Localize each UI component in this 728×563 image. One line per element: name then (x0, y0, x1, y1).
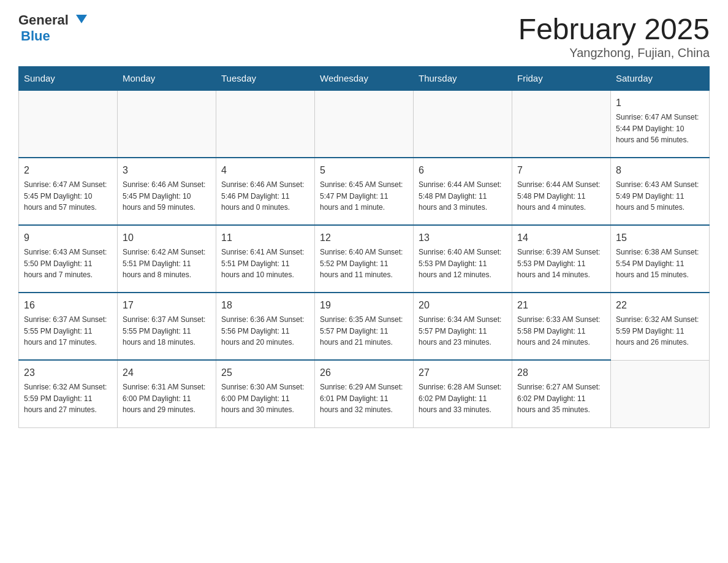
weekday-header: Sunday (19, 67, 118, 91)
logo-arrow-icon (76, 15, 87, 23)
day-sun-info: Sunrise: 6:30 AM Sunset: 6:00 PM Dayligh… (221, 381, 309, 416)
calendar-table: SundayMondayTuesdayWednesdayThursdayFrid… (18, 66, 710, 428)
day-sun-info: Sunrise: 6:47 AM Sunset: 5:45 PM Dayligh… (24, 179, 112, 213)
title-block: February 2025 Yangzhong, Fujian, China (518, 12, 710, 60)
calendar-week-row: 16Sunrise: 6:37 AM Sunset: 5:55 PM Dayli… (19, 293, 710, 360)
day-number: 8 (616, 163, 704, 178)
logo-blue-text: Blue (21, 28, 50, 44)
day-number: 14 (517, 231, 605, 245)
calendar-day-cell (118, 90, 216, 158)
calendar-day-cell: 4Sunrise: 6:46 AM Sunset: 5:46 PM Daylig… (216, 158, 315, 225)
calendar-day-cell: 22Sunrise: 6:32 AM Sunset: 5:59 PM Dayli… (611, 293, 710, 360)
day-number: 10 (123, 231, 211, 245)
day-sun-info: Sunrise: 6:44 AM Sunset: 5:48 PM Dayligh… (419, 179, 507, 213)
calendar-day-cell: 5Sunrise: 6:45 AM Sunset: 5:47 PM Daylig… (315, 158, 414, 225)
calendar-day-cell: 2Sunrise: 6:47 AM Sunset: 5:45 PM Daylig… (19, 158, 118, 225)
calendar-day-cell: 28Sunrise: 6:27 AM Sunset: 6:02 PM Dayli… (512, 360, 611, 427)
day-sun-info: Sunrise: 6:29 AM Sunset: 6:01 PM Dayligh… (320, 381, 408, 416)
calendar-day-cell: 12Sunrise: 6:40 AM Sunset: 5:52 PM Dayli… (315, 225, 414, 293)
weekday-header: Tuesday (216, 67, 315, 91)
calendar-day-cell: 21Sunrise: 6:33 AM Sunset: 5:58 PM Dayli… (512, 293, 611, 360)
day-sun-info: Sunrise: 6:41 AM Sunset: 5:51 PM Dayligh… (221, 247, 309, 281)
day-sun-info: Sunrise: 6:33 AM Sunset: 5:58 PM Dayligh… (517, 314, 605, 348)
day-sun-info: Sunrise: 6:32 AM Sunset: 5:59 PM Dayligh… (616, 314, 704, 348)
calendar-day-cell: 18Sunrise: 6:36 AM Sunset: 5:56 PM Dayli… (216, 293, 315, 360)
weekday-header: Saturday (611, 67, 710, 91)
day-sun-info: Sunrise: 6:46 AM Sunset: 5:46 PM Dayligh… (221, 179, 309, 213)
calendar-week-row: 23Sunrise: 6:32 AM Sunset: 5:59 PM Dayli… (19, 360, 710, 427)
svg-marker-0 (76, 15, 87, 23)
day-number: 20 (419, 298, 507, 313)
calendar-day-cell: 26Sunrise: 6:29 AM Sunset: 6:01 PM Dayli… (315, 360, 414, 427)
calendar-day-cell: 3Sunrise: 6:46 AM Sunset: 5:45 PM Daylig… (118, 158, 216, 225)
day-number: 13 (419, 231, 507, 245)
day-sun-info: Sunrise: 6:40 AM Sunset: 5:52 PM Dayligh… (320, 247, 408, 281)
calendar-day-cell (512, 90, 611, 158)
calendar-day-cell: 20Sunrise: 6:34 AM Sunset: 5:57 PM Dayli… (414, 293, 512, 360)
day-sun-info: Sunrise: 6:43 AM Sunset: 5:50 PM Dayligh… (24, 247, 112, 281)
day-sun-info: Sunrise: 6:31 AM Sunset: 6:00 PM Dayligh… (123, 381, 211, 416)
day-number: 28 (517, 366, 605, 380)
day-sun-info: Sunrise: 6:37 AM Sunset: 5:55 PM Dayligh… (123, 314, 211, 348)
calendar-day-cell (19, 90, 118, 158)
day-number: 1 (616, 96, 704, 110)
calendar-day-cell: 24Sunrise: 6:31 AM Sunset: 6:00 PM Dayli… (118, 360, 216, 427)
calendar-day-cell: 10Sunrise: 6:42 AM Sunset: 5:51 PM Dayli… (118, 225, 216, 293)
day-sun-info: Sunrise: 6:34 AM Sunset: 5:57 PM Dayligh… (419, 314, 507, 348)
day-number: 16 (24, 298, 112, 313)
day-sun-info: Sunrise: 6:44 AM Sunset: 5:48 PM Dayligh… (517, 179, 605, 213)
day-sun-info: Sunrise: 6:45 AM Sunset: 5:47 PM Dayligh… (320, 179, 408, 213)
calendar-day-cell: 25Sunrise: 6:30 AM Sunset: 6:00 PM Dayli… (216, 360, 315, 427)
calendar-day-cell: 17Sunrise: 6:37 AM Sunset: 5:55 PM Dayli… (118, 293, 216, 360)
logo: General Blue (18, 12, 87, 44)
day-number: 22 (616, 298, 704, 313)
day-sun-info: Sunrise: 6:28 AM Sunset: 6:02 PM Dayligh… (419, 381, 507, 416)
calendar-day-cell: 13Sunrise: 6:40 AM Sunset: 5:53 PM Dayli… (414, 225, 512, 293)
day-sun-info: Sunrise: 6:42 AM Sunset: 5:51 PM Dayligh… (123, 247, 211, 281)
calendar-week-row: 9Sunrise: 6:43 AM Sunset: 5:50 PM Daylig… (19, 225, 710, 293)
calendar-header: SundayMondayTuesdayWednesdayThursdayFrid… (19, 67, 710, 91)
day-number: 7 (517, 163, 605, 178)
day-sun-info: Sunrise: 6:35 AM Sunset: 5:57 PM Dayligh… (320, 314, 408, 348)
calendar-day-cell: 16Sunrise: 6:37 AM Sunset: 5:55 PM Dayli… (19, 293, 118, 360)
day-number: 19 (320, 298, 408, 313)
day-sun-info: Sunrise: 6:32 AM Sunset: 5:59 PM Dayligh… (24, 381, 112, 416)
day-sun-info: Sunrise: 6:40 AM Sunset: 5:53 PM Dayligh… (419, 247, 507, 281)
day-number: 15 (616, 231, 704, 245)
calendar-week-row: 1Sunrise: 6:47 AM Sunset: 5:44 PM Daylig… (19, 90, 710, 158)
calendar-day-cell: 6Sunrise: 6:44 AM Sunset: 5:48 PM Daylig… (414, 158, 512, 225)
day-number: 11 (221, 231, 309, 245)
day-sun-info: Sunrise: 6:46 AM Sunset: 5:45 PM Dayligh… (123, 179, 211, 213)
logo-general: General (18, 12, 69, 28)
day-sun-info: Sunrise: 6:47 AM Sunset: 5:44 PM Dayligh… (616, 112, 704, 146)
day-number: 2 (24, 163, 112, 178)
day-number: 25 (221, 366, 309, 380)
calendar-day-cell (611, 360, 710, 427)
day-number: 3 (123, 163, 211, 178)
day-number: 27 (419, 366, 507, 380)
location: Yangzhong, Fujian, China (518, 46, 710, 60)
day-number: 12 (320, 231, 408, 245)
day-sun-info: Sunrise: 6:37 AM Sunset: 5:55 PM Dayligh… (24, 314, 112, 348)
calendar-day-cell: 23Sunrise: 6:32 AM Sunset: 5:59 PM Dayli… (19, 360, 118, 427)
day-sun-info: Sunrise: 6:39 AM Sunset: 5:53 PM Dayligh… (517, 247, 605, 281)
calendar-body: 1Sunrise: 6:47 AM Sunset: 5:44 PM Daylig… (19, 90, 710, 427)
day-number: 23 (24, 366, 112, 380)
month-title: February 2025 (518, 12, 710, 46)
calendar-day-cell: 11Sunrise: 6:41 AM Sunset: 5:51 PM Dayli… (216, 225, 315, 293)
calendar-day-cell: 15Sunrise: 6:38 AM Sunset: 5:54 PM Dayli… (611, 225, 710, 293)
calendar-day-cell: 19Sunrise: 6:35 AM Sunset: 5:57 PM Dayli… (315, 293, 414, 360)
day-number: 18 (221, 298, 309, 313)
calendar-day-cell (315, 90, 414, 158)
calendar-day-cell (216, 90, 315, 158)
day-number: 26 (320, 366, 408, 380)
day-number: 21 (517, 298, 605, 313)
day-number: 4 (221, 163, 309, 178)
calendar-day-cell: 1Sunrise: 6:47 AM Sunset: 5:44 PM Daylig… (611, 90, 710, 158)
day-number: 24 (123, 366, 211, 380)
day-number: 5 (320, 163, 408, 178)
calendar-day-cell (414, 90, 512, 158)
day-number: 17 (123, 298, 211, 313)
day-sun-info: Sunrise: 6:43 AM Sunset: 5:49 PM Dayligh… (616, 179, 704, 213)
day-sun-info: Sunrise: 6:27 AM Sunset: 6:02 PM Dayligh… (517, 381, 605, 416)
